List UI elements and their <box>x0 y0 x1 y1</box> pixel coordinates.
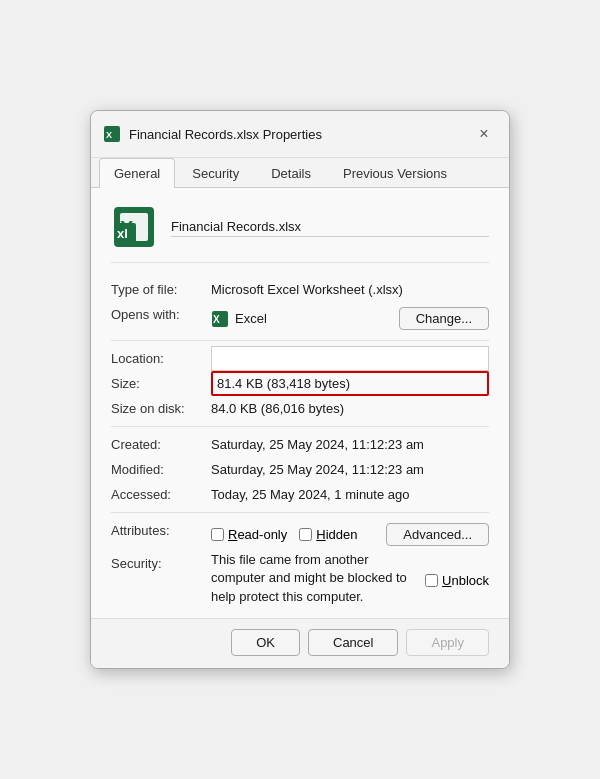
properties-grid: Type of file: Microsoft Excel Worksheet … <box>111 277 489 606</box>
accessed-label: Accessed: <box>111 482 211 507</box>
tab-details[interactable]: Details <box>256 158 326 188</box>
svg-text:xl: xl <box>117 226 128 241</box>
modified-label: Modified: <box>111 457 211 482</box>
location-label: Location: <box>111 346 211 371</box>
size-on-disk-value: 84.0 KB (86,016 bytes) <box>211 396 489 421</box>
tab-content: X xl Type of file: Microsoft Excel Works… <box>91 188 509 618</box>
title-excel-icon: X <box>103 125 121 143</box>
modified-value: Saturday, 25 May 2024, 11:12:23 am <box>211 457 489 482</box>
title-bar-left: X Financial Records.xlsx Properties <box>103 125 322 143</box>
accessed-value: Today, 25 May 2024, 1 minute ago <box>211 482 489 507</box>
readonly-checkbox-label[interactable]: Read-only <box>211 527 287 542</box>
tab-bar: General Security Details Previous Versio… <box>91 158 509 188</box>
security-label: Security: <box>111 551 211 576</box>
attributes-label: Attributes: <box>111 518 211 543</box>
size-on-disk-label: Size on disk: <box>111 396 211 421</box>
unblock-label: Unblock <box>442 573 489 588</box>
opens-with-row: X Excel Change... <box>211 302 489 335</box>
readonly-checkbox[interactable] <box>211 528 224 541</box>
size-label: Size: <box>111 371 211 396</box>
advanced-button[interactable]: Advanced... <box>386 523 489 546</box>
file-icon-container: X xl <box>111 204 157 250</box>
file-excel-icon: X xl <box>112 205 156 249</box>
created-value: Saturday, 25 May 2024, 11:12:23 am <box>211 432 489 457</box>
svg-text:X: X <box>106 130 112 140</box>
ok-button[interactable]: OK <box>231 629 300 656</box>
cancel-button[interactable]: Cancel <box>308 629 398 656</box>
hidden-label: Hidden <box>316 527 357 542</box>
opens-with-excel-icon: X <box>211 310 229 328</box>
size-value: 81.4 KB (83,418 bytes) <box>211 371 489 396</box>
title-bar: X Financial Records.xlsx Properties × <box>91 111 509 158</box>
properties-dialog: X Financial Records.xlsx Properties × Ge… <box>90 110 510 669</box>
close-button[interactable]: × <box>471 121 497 147</box>
svg-text:X: X <box>213 314 220 325</box>
opens-with-app: Excel <box>235 311 267 326</box>
readonly-label: Read-only <box>228 527 287 542</box>
location-input[interactable] <box>211 346 489 371</box>
type-label: Type of file: <box>111 277 211 302</box>
dialog-footer: OK Cancel Apply <box>91 618 509 668</box>
type-value: Microsoft Excel Worksheet (.xlsx) <box>211 277 489 302</box>
file-header: X xl <box>111 204 489 263</box>
tab-security[interactable]: Security <box>177 158 254 188</box>
created-label: Created: <box>111 432 211 457</box>
file-name-input[interactable] <box>171 217 489 237</box>
tab-previous-versions[interactable]: Previous Versions <box>328 158 462 188</box>
dialog-title: Financial Records.xlsx Properties <box>129 127 322 142</box>
security-row: This file came from another computer and… <box>211 551 489 606</box>
tab-general[interactable]: General <box>99 158 175 188</box>
hidden-checkbox[interactable] <box>299 528 312 541</box>
opens-with-label: Opens with: <box>111 302 211 327</box>
change-button[interactable]: Change... <box>399 307 489 330</box>
unblock-checkbox[interactable] <box>425 574 438 587</box>
security-text: This file came from another computer and… <box>211 551 417 606</box>
apply-button[interactable]: Apply <box>406 629 489 656</box>
hidden-checkbox-label[interactable]: Hidden <box>299 527 357 542</box>
unblock-checkbox-label[interactable]: Unblock <box>425 573 489 588</box>
attributes-row: Read-only Hidden Advanced... <box>211 518 489 551</box>
